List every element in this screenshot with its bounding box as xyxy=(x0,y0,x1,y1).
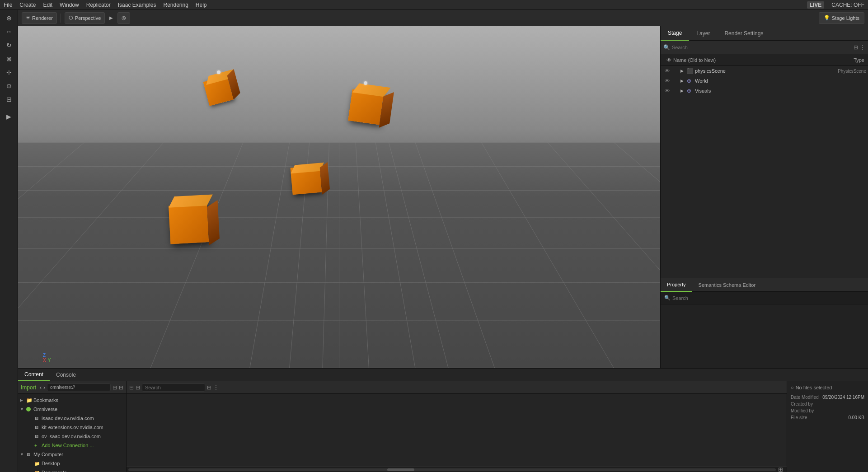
col-name-header: Name (Old to New) xyxy=(673,57,819,63)
menu-edit[interactable]: Edit xyxy=(43,2,52,8)
file-item-ov-isaac[interactable]: 🖥 ov-isaac-dev.ov.nvidia.com xyxy=(18,432,126,441)
expand-arrow-physics[interactable]: ▶ xyxy=(680,69,686,73)
horizontal-scrollbar[interactable]: ⊞ xyxy=(127,467,787,472)
scrollbar-thumb[interactable] xyxy=(387,468,414,471)
expand-arrow-visuals[interactable]: ▶ xyxy=(680,89,686,93)
tree-item-physics-scene[interactable]: 👁 ▶ ⬛ physicsScene PhysicsScene xyxy=(661,66,868,76)
center-filter-icon[interactable]: ⊟ xyxy=(129,384,134,391)
bottom-panel: Content Console Import ‹ › omniverse:// … xyxy=(18,368,868,472)
date-modified-label: Date Modified xyxy=(791,395,819,400)
menu-replicator[interactable]: Replicator xyxy=(86,2,111,8)
stage-tree: 👁 ▶ ⬛ physicsScene PhysicsScene 👁 ▶ ⊕ Wo… xyxy=(661,66,868,278)
transform-tool-btn[interactable]: ⊹ xyxy=(2,66,16,79)
camera-view-btn[interactable]: ◎ xyxy=(117,12,130,24)
no-files-icon: ○ xyxy=(791,385,794,390)
created-by-row: Created by xyxy=(791,402,864,407)
file-search-input[interactable] xyxy=(142,383,205,392)
filter-icon[interactable]: ⊟ xyxy=(854,44,858,51)
tab-content[interactable]: Content xyxy=(18,369,50,381)
file-center-toolbar: ⊟ ⊟ ⊟ ⋮ xyxy=(127,381,787,394)
back-btn[interactable]: ‹ xyxy=(40,384,42,391)
center-bookmark-icon[interactable]: ⊟ xyxy=(136,384,140,391)
omniverse-status-dot xyxy=(26,407,31,411)
file-center: ⊟ ⊟ ⊟ ⋮ ⊞ xyxy=(127,381,787,472)
date-modified-row: Date Modified 09/20/2024 12:16PM xyxy=(791,395,864,400)
file-more-icon[interactable]: ⋮ xyxy=(213,384,219,391)
bookmark-icon[interactable]: ⊟ xyxy=(119,384,123,391)
tab-layer[interactable]: Layer xyxy=(689,26,717,41)
property-tabs: Property Semantics Schema Editor xyxy=(661,278,868,292)
file-item-omniverse[interactable]: ▼ Omniverse xyxy=(18,405,126,414)
search-icon: 🔍 xyxy=(663,44,670,51)
file-item-documents[interactable]: 📁 Documents xyxy=(18,468,126,472)
menu-help[interactable]: Help xyxy=(196,2,207,8)
date-modified-value: 09/20/2024 12:16PM xyxy=(822,395,864,400)
tab-property[interactable]: Property xyxy=(661,278,692,292)
file-item-bookmarks[interactable]: ▶ 📁 Bookmarks xyxy=(18,396,126,405)
file-filter-icon[interactable]: ⊟ xyxy=(207,384,211,391)
kit-extensions-label: kit-extensions.ov.nvidia.com xyxy=(42,425,103,430)
forward-btn[interactable]: › xyxy=(43,384,45,391)
play-btn[interactable]: ▶ xyxy=(2,110,16,123)
select-tool-btn[interactable]: ⊕ xyxy=(2,12,16,24)
perspective-btn[interactable]: ⬡ Perspective xyxy=(65,12,105,24)
tree-item-visuals[interactable]: 👁 ▶ ⊕ Visuals xyxy=(661,86,868,96)
file-tree-items: ▶ 📁 Bookmarks ▼ Omniverse xyxy=(18,394,126,472)
add-import-btn[interactable]: Import xyxy=(21,384,36,391)
property-panel: Property Semantics Schema Editor 🔍 xyxy=(661,278,868,368)
expand-bookmarks[interactable]: ▶ xyxy=(20,398,25,402)
file-toolbar: Import ‹ › omniverse:// ⊟ ⊟ xyxy=(18,381,126,394)
bookmarks-label: Bookmarks xyxy=(33,397,58,403)
rotate-tool-btn[interactable]: ↻ xyxy=(2,39,16,51)
snap-btn[interactable]: ⊟ xyxy=(2,93,16,106)
move-tool-btn[interactable]: ↔ xyxy=(2,25,16,38)
perspective-arrow[interactable]: ▶ xyxy=(108,12,115,24)
menu-window[interactable]: Window xyxy=(60,2,79,8)
sphere-1 xyxy=(217,70,221,74)
menu-create[interactable]: Create xyxy=(19,2,36,8)
file-tree-panel: Import ‹ › omniverse:// ⊟ ⊟ ▶ 📁 Bookmark… xyxy=(18,381,127,472)
cube-2 xyxy=(345,82,394,131)
tab-render-settings[interactable]: Render Settings xyxy=(717,26,770,41)
file-item-my-computer[interactable]: ▼ 🖥 My Computer xyxy=(18,450,126,459)
property-search-input[interactable] xyxy=(672,295,864,301)
more-icon[interactable]: ⋮ xyxy=(860,44,865,51)
isaac-dev-label: isaac-dev.ov.nvidia.com xyxy=(42,416,94,421)
filter-files-icon[interactable]: ⊟ xyxy=(113,384,117,391)
sun-icon: ☀ xyxy=(26,15,30,21)
camera-btn[interactable]: ⊙ xyxy=(2,79,16,92)
file-item-add-connection[interactable]: + Add New Connection ... xyxy=(18,441,126,450)
physics-scene-icon: ⬛ xyxy=(687,68,694,74)
expand-computer[interactable]: ▼ xyxy=(20,452,25,457)
stage-search-input[interactable] xyxy=(672,45,852,50)
menu-file[interactable]: File xyxy=(4,2,12,8)
visibility-toggle-visuals[interactable]: 👁 xyxy=(662,88,671,93)
tab-semantics[interactable]: Semantics Schema Editor xyxy=(692,278,762,292)
menu-isaac-examples[interactable]: Isaac Examples xyxy=(118,2,156,8)
file-size-row: File size 0.00 KB xyxy=(791,415,864,420)
x-axis-label: X xyxy=(43,358,46,363)
file-item-kit-extensions[interactable]: 🖥 kit-extensions.ov.nvidia.com xyxy=(18,423,126,432)
grid-view-btn[interactable]: ⊞ xyxy=(776,465,785,472)
visibility-toggle-physics[interactable]: 👁 xyxy=(662,68,671,74)
server-icon-2: 🖥 xyxy=(34,425,41,430)
file-item-desktop[interactable]: 📁 Desktop xyxy=(18,459,126,468)
expand-arrow-world[interactable]: ▶ xyxy=(680,79,686,83)
tab-stage[interactable]: Stage xyxy=(661,26,689,41)
viewport[interactable]: Z X Y xyxy=(18,26,660,368)
stage-lights-btn[interactable]: 💡 Stage Lights xyxy=(819,12,864,24)
expand-omniverse[interactable]: ▼ xyxy=(20,407,25,411)
renderer-btn[interactable]: ☀ Renderer xyxy=(22,12,57,24)
live-badge: LIVE xyxy=(807,1,825,9)
menu-rendering[interactable]: Rendering xyxy=(163,2,188,8)
visibility-toggle-world[interactable]: 👁 xyxy=(662,78,671,84)
file-item-isaac-dev[interactable]: 🖥 isaac-dev.ov.nvidia.com xyxy=(18,414,126,423)
scale-tool-btn[interactable]: ⊠ xyxy=(2,52,16,65)
my-computer-label: My Computer xyxy=(33,452,63,457)
sphere-2 xyxy=(364,81,367,85)
tab-console[interactable]: Console xyxy=(50,369,82,381)
bookmarks-icon: 📁 xyxy=(26,397,33,403)
physics-scene-type: PhysicsScene xyxy=(821,69,866,74)
scrollbar-track[interactable] xyxy=(128,468,776,471)
tree-item-world[interactable]: 👁 ▶ ⊕ World xyxy=(661,76,868,86)
